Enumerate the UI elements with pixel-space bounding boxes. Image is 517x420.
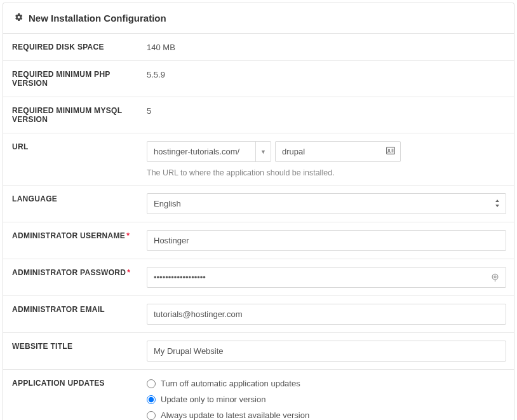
key-icon[interactable] (490, 273, 500, 282)
required-star: * (126, 231, 130, 240)
radio-label-latest[interactable]: Always update to latest available versio… (161, 410, 309, 420)
label-updates: Application Updates (3, 370, 140, 420)
label-language: Language (3, 186, 140, 222)
value-mysql: 5 (140, 97, 514, 133)
row-admin-email: Administrator Email (3, 296, 514, 333)
radio-updates-off[interactable] (147, 379, 156, 388)
config-panel: New Installation Configuration Required … (3, 3, 514, 420)
row-admin-pass: Administrator Password* (3, 259, 514, 296)
label-mysql: Required Minimum MySQL Version (3, 97, 140, 133)
label-admin-email: Administrator Email (3, 296, 140, 332)
admin-password-input[interactable] (147, 267, 506, 288)
label-admin-pass: Administrator Password* (3, 259, 140, 295)
admin-email-input[interactable] (147, 304, 506, 325)
label-admin-user: Administrator Username* (3, 222, 140, 259)
radio-updates-minor[interactable] (147, 395, 156, 404)
language-select[interactable]: English (147, 193, 506, 214)
svg-point-6 (494, 276, 496, 278)
row-language: Language English (3, 186, 514, 222)
svg-point-1 (388, 149, 390, 151)
required-star: * (127, 268, 130, 277)
row-disk-space: Required Disk Space 140 MB (3, 34, 514, 61)
label-url: URL (3, 133, 140, 185)
value-disk-space: 140 MB (140, 34, 514, 60)
row-site-title: Website Title (3, 333, 514, 370)
updates-radio-group: Turn off automatic application updates U… (147, 377, 506, 420)
url-path-input[interactable] (282, 147, 386, 156)
url-domain-text: hostinger-tutorials.com/ (147, 142, 255, 161)
row-mysql: Required Minimum MySQL Version 5 (3, 97, 514, 133)
radio-updates-latest[interactable] (147, 411, 156, 420)
url-help-text: The URL to where the application should … (147, 168, 506, 177)
radio-label-off[interactable]: Turn off automatic application updates (161, 379, 300, 388)
url-domain-dropdown[interactable]: hostinger-tutorials.com/ ▼ (147, 141, 271, 162)
label-disk-space: Required Disk Space (3, 34, 140, 60)
value-php: 5.5.9 (140, 61, 514, 97)
gears-icon (13, 12, 24, 24)
panel-title: New Installation Configuration (29, 13, 166, 24)
svg-point-5 (492, 274, 498, 280)
contact-card-icon (386, 147, 395, 156)
radio-label-minor[interactable]: Update only to minor version (161, 395, 265, 404)
row-php: Required Minimum PHP Version 5.5.9 (3, 61, 514, 97)
label-site-title: Website Title (3, 333, 140, 369)
label-php: Required Minimum PHP Version (3, 61, 140, 97)
row-url: URL hostinger-tutorials.com/ ▼ The URL t… (3, 133, 514, 186)
admin-username-input[interactable] (147, 230, 506, 251)
website-title-input[interactable] (147, 341, 506, 362)
panel-header: New Installation Configuration (3, 3, 514, 34)
row-admin-user: Administrator Username* (3, 222, 514, 259)
row-updates: Application Updates Turn off automatic a… (3, 370, 514, 420)
caret-down-icon: ▼ (255, 142, 271, 161)
